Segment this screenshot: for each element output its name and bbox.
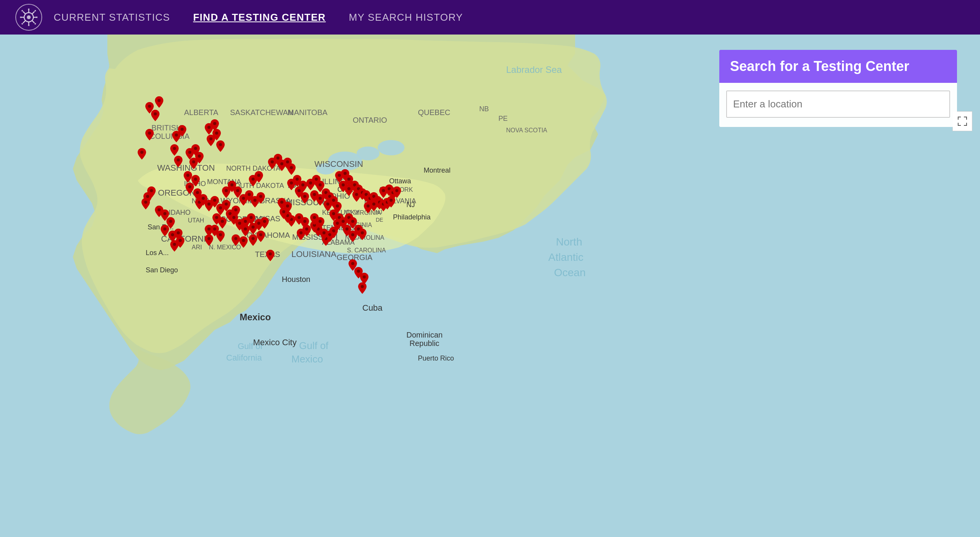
svg-point-99 [175,133,178,137]
svg-point-225 [305,227,308,231]
svg-rect-238 [958,117,959,120]
svg-point-164 [280,162,283,165]
svg-point-141 [252,237,255,240]
map-pin[interactable] [260,217,269,230]
map-pin[interactable] [170,144,179,157]
svg-rect-244 [966,123,967,126]
svg-point-150 [207,237,210,240]
svg-point-211 [345,227,349,231]
svg-point-183 [344,172,347,175]
svg-point-170 [298,189,301,192]
location-search-input[interactable] [726,91,950,118]
svg-line-10 [23,12,25,14]
map-pin[interactable] [393,186,401,199]
map-pin[interactable] [147,186,156,199]
svg-point-3 [28,8,30,10]
svg-point-181 [336,204,339,208]
map-pin[interactable] [301,192,309,205]
svg-point-135 [244,220,247,223]
map-pin[interactable] [266,250,275,263]
map-pin[interactable] [216,140,225,153]
nav-search-history[interactable]: MY SEARCH HISTORY [349,12,463,23]
svg-point-142 [259,233,262,236]
svg-point-129 [253,199,257,202]
map-pin[interactable] [241,225,250,238]
map-pin[interactable] [178,125,186,138]
svg-point-103 [188,151,191,154]
map-pin[interactable] [216,231,225,244]
map-pin[interactable] [184,171,192,184]
map-pin[interactable] [278,198,286,211]
svg-point-124 [225,189,228,192]
svg-point-119 [213,199,216,202]
map-pin[interactable] [255,171,263,184]
map-pin[interactable] [195,152,204,165]
svg-line-14 [32,12,35,14]
svg-point-232 [269,252,272,255]
svg-point-145 [221,220,224,223]
nav-find-testing-center[interactable]: FIND A TESTING CENTER [193,12,326,23]
svg-point-133 [232,216,235,219]
svg-rect-240 [966,117,967,120]
map-pin[interactable] [141,198,150,211]
svg-point-234 [357,270,360,273]
svg-point-110 [215,132,218,135]
svg-point-189 [355,193,358,196]
map-pin[interactable] [186,183,194,196]
svg-line-16 [23,21,25,23]
svg-point-144 [242,239,245,242]
svg-point-235 [363,275,366,278]
svg-point-143 [234,237,237,240]
map-pin[interactable] [205,234,213,247]
svg-point-139 [257,222,260,225]
svg-point-173 [315,178,318,181]
svg-point-205 [332,212,335,215]
svg-point-108 [213,122,216,125]
svg-point-151 [163,212,166,215]
svg-point-117 [202,197,205,200]
svg-point-201 [382,189,385,192]
svg-rect-242 [958,123,959,126]
map-pin[interactable] [138,148,146,161]
map-pin[interactable] [249,234,257,247]
svg-point-230 [286,204,289,208]
svg-point-11 [21,10,23,12]
svg-point-147 [213,227,216,231]
svg-point-137 [244,227,247,231]
map-pin[interactable] [151,110,159,123]
map-pin[interactable] [358,229,367,242]
svg-point-221 [319,220,322,223]
map-pin[interactable] [239,236,248,249]
svg-point-163 [276,156,280,160]
svg-point-134 [238,222,241,225]
svg-point-169 [301,183,304,186]
nav-current-statistics[interactable]: CURRENT STATISTICS [54,12,170,23]
map-pin[interactable] [257,192,265,205]
map-pin[interactable] [232,234,240,247]
map-pin[interactable] [212,129,221,142]
map-pin[interactable] [155,96,163,109]
svg-point-236 [361,285,364,288]
search-title: Search for a Testing Center [719,50,957,83]
map-pin[interactable] [297,229,305,242]
map-pin[interactable] [212,213,221,226]
map-pin[interactable] [358,282,367,295]
svg-point-15 [35,10,36,12]
logo [15,4,42,31]
map-pin[interactable] [174,156,183,169]
map-pin[interactable] [310,213,319,226]
map-pin[interactable] [257,231,265,244]
svg-point-176 [319,197,322,200]
svg-point-128 [248,193,251,196]
map-pin[interactable] [145,129,154,142]
map-pin[interactable] [161,225,169,238]
svg-point-174 [319,183,322,186]
map-pin[interactable] [295,213,303,226]
svg-point-126 [236,189,239,192]
svg-point-157 [173,243,176,246]
map-pin[interactable] [287,163,296,176]
svg-point-94 [148,105,151,108]
map-pin[interactable] [176,236,184,249]
svg-point-154 [163,227,166,231]
map-pin[interactable] [155,206,163,219]
